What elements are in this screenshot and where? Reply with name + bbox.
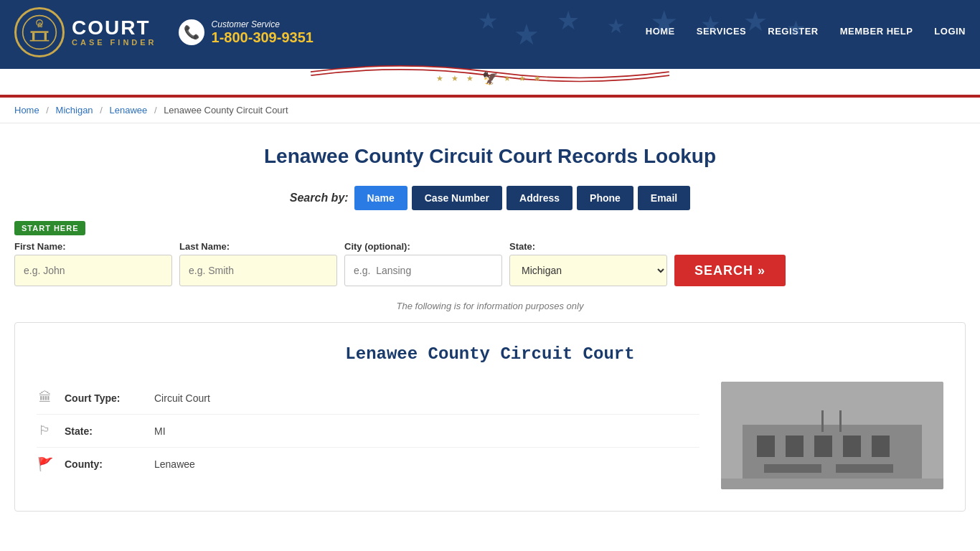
site-header: ⚖ ⚖ COURT CASE FINDER 📞 Customer Service… <box>0 0 980 65</box>
county-value: Lenawee <box>154 458 195 470</box>
court-type-value: Circuit Court <box>154 392 210 404</box>
state-row: 🏳 State: MI <box>37 415 699 448</box>
sep1: / <box>46 105 49 116</box>
state-group: State: Michigan Alabama Alaska Arizona A… <box>509 241 667 286</box>
eagle-icon: 🦅 <box>482 70 498 86</box>
nav-login[interactable]: LOGIN <box>934 26 966 39</box>
state-detail-label: State: <box>65 425 143 437</box>
tab-email[interactable]: Email <box>638 186 690 210</box>
city-group: City (optional): <box>344 241 502 286</box>
svg-rect-2 <box>31 31 49 33</box>
county-label: County: <box>65 458 143 470</box>
svg-rect-17 <box>821 410 824 432</box>
eagle-emblem: ★ ★ ★ 🦅 ★ ★ ★ <box>436 70 544 86</box>
header-stars-decoration: ★ ★ ★ ★ ★ ★ ★ ★ <box>463 0 822 65</box>
stars-left: ★ ★ ★ <box>436 74 476 83</box>
county-icon: 🚩 <box>37 456 54 472</box>
customer-service-label: Customer Service <box>212 19 314 29</box>
svg-rect-18 <box>839 410 842 432</box>
svg-rect-11 <box>786 435 804 457</box>
building-icon: 🏛 <box>37 390 54 405</box>
svg-rect-4 <box>44 33 47 40</box>
sep2: / <box>100 105 103 116</box>
search-tabs: Name Case Number Address Phone Email <box>354 186 691 210</box>
search-by-row: Search by: Name Case Number Address Phon… <box>14 186 966 210</box>
court-type-label: Court Type: <box>65 392 143 404</box>
tab-name[interactable]: Name <box>354 186 407 210</box>
start-here-badge: START HERE <box>14 221 85 235</box>
court-image-placeholder <box>721 382 943 489</box>
state-label: State: <box>509 241 667 252</box>
search-section: Search by: Name Case Number Address Phon… <box>14 186 966 286</box>
last-name-group: Last Name: <box>179 241 337 286</box>
tab-phone[interactable]: Phone <box>577 186 633 210</box>
breadcrumb-lenawee[interactable]: Lenawee <box>109 105 147 116</box>
phone-area: 📞 Customer Service 1-800-309-9351 <box>179 19 314 46</box>
court-type-row: 🏛 Court Type: Circuit Court <box>37 382 699 415</box>
city-input[interactable] <box>344 255 502 286</box>
court-info-layout: 🏛 Court Type: Circuit Court 🏳 State: MI … <box>37 382 943 489</box>
first-name-group: First Name: <box>14 241 172 286</box>
search-button[interactable]: SEARCH » <box>674 255 786 286</box>
first-name-label: First Name: <box>14 241 172 252</box>
court-details: 🏛 Court Type: Circuit Court 🏳 State: MI … <box>37 382 699 489</box>
svg-rect-14 <box>872 435 890 457</box>
state-select[interactable]: Michigan Alabama Alaska Arizona Arkansas… <box>509 255 667 286</box>
phone-info: Customer Service 1-800-309-9351 <box>212 19 314 46</box>
state-detail-value: MI <box>154 425 166 437</box>
page-title: Lenawee County Circuit Court Records Loo… <box>14 145 966 168</box>
tab-address[interactable]: Address <box>507 186 573 210</box>
svg-rect-5 <box>30 40 50 42</box>
logo-icon: ⚖ ⚖ <box>22 14 57 50</box>
city-label: City (optional): <box>344 241 502 252</box>
wave-decoration: ★ ★ ★ 🦅 ★ ★ ★ <box>0 69 980 95</box>
last-name-input[interactable] <box>179 255 337 286</box>
nav-member-help[interactable]: MEMBER HELP <box>840 26 913 39</box>
first-name-input[interactable] <box>14 255 172 286</box>
phone-icon: 📞 <box>179 19 204 45</box>
county-row: 🚩 County: Lenawee <box>37 448 699 481</box>
court-card: Lenawee County Circuit Court 🏛 Court Typ… <box>14 322 966 512</box>
last-name-label: Last Name: <box>179 241 337 252</box>
info-note: The following is for information purpose… <box>14 301 966 311</box>
logo-court-label: COURT <box>72 18 157 38</box>
stars-right: ★ ★ ★ <box>504 74 544 83</box>
logo-circle: ⚖ ⚖ <box>14 7 65 57</box>
sep3: / <box>154 105 157 116</box>
logo-text: COURT CASE FINDER <box>72 18 157 47</box>
court-card-title: Lenawee County Circuit Court <box>37 344 943 364</box>
breadcrumb-home[interactable]: Home <box>14 105 39 116</box>
svg-rect-15 <box>764 464 821 473</box>
state-icon: 🏳 <box>37 423 54 438</box>
court-building-image <box>721 382 943 489</box>
svg-rect-12 <box>814 435 832 457</box>
breadcrumb: Home / Michigan / Lenawee / Lenawee Coun… <box>0 98 980 123</box>
svg-rect-19 <box>721 479 943 489</box>
logo-case-finder-label: CASE FINDER <box>72 38 157 47</box>
svg-rect-13 <box>843 435 861 457</box>
svg-rect-16 <box>836 464 893 473</box>
logo-area: ⚖ ⚖ COURT CASE FINDER <box>14 7 157 57</box>
svg-rect-10 <box>757 435 775 457</box>
search-form: First Name: Last Name: City (optional): … <box>14 241 966 286</box>
breadcrumb-michigan[interactable]: Michigan <box>56 105 93 116</box>
search-by-label: Search by: <box>290 192 349 204</box>
svg-rect-3 <box>32 33 34 40</box>
phone-number: 1-800-309-9351 <box>212 29 314 46</box>
breadcrumb-current: Lenawee County Circuit Court <box>164 105 288 116</box>
tab-case-number[interactable]: Case Number <box>412 186 502 210</box>
main-content: Lenawee County Circuit Court Records Loo… <box>0 123 980 526</box>
court-image-svg <box>721 382 943 489</box>
